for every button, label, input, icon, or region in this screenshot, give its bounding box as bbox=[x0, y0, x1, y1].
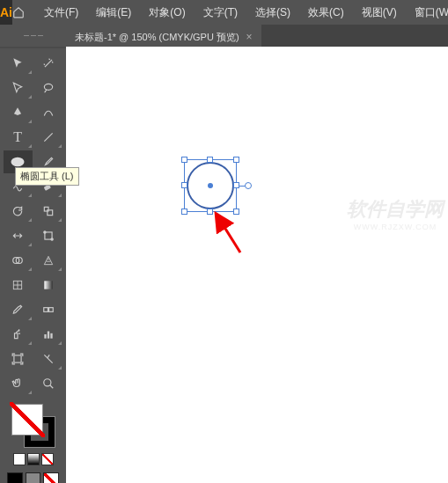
watermark-main: 软件自学网 bbox=[347, 196, 444, 223]
svg-rect-18 bbox=[14, 355, 21, 362]
none-mode[interactable] bbox=[41, 453, 54, 465]
svg-point-6 bbox=[44, 231, 46, 233]
watermark-sub: WWW.RJZXW.COM bbox=[347, 223, 444, 231]
svg-rect-17 bbox=[50, 333, 52, 339]
svg-point-0 bbox=[44, 84, 52, 90]
menu-type[interactable]: 文字(T) bbox=[195, 5, 246, 20]
home-icon[interactable] bbox=[12, 0, 25, 25]
tool-tooltip: 椭圆工具 (L) bbox=[15, 167, 79, 186]
artboard-tool[interactable] bbox=[4, 348, 33, 370]
svg-point-19 bbox=[44, 379, 51, 386]
svg-point-1 bbox=[11, 157, 25, 167]
svg-line-21 bbox=[223, 224, 240, 252]
svg-point-7 bbox=[51, 238, 53, 240]
eyedropper-tool[interactable] bbox=[4, 298, 33, 321]
width-tool[interactable] bbox=[4, 224, 33, 247]
zoom-tool[interactable] bbox=[34, 372, 63, 395]
column-graph-tool[interactable] bbox=[34, 323, 63, 346]
pen-tool[interactable] bbox=[4, 101, 33, 124]
magic-wand-tool[interactable] bbox=[34, 52, 63, 75]
selection-tool[interactable] bbox=[4, 52, 33, 75]
gradient-mode[interactable] bbox=[27, 453, 40, 465]
shape-builder-tool[interactable] bbox=[4, 249, 33, 272]
selection-bounds[interactable] bbox=[184, 159, 237, 212]
lasso-tool[interactable] bbox=[34, 77, 63, 99]
handle-mid-right[interactable] bbox=[233, 182, 239, 188]
document-tab[interactable]: 未标题-1* @ 150% (CMYK/GPU 预览) × bbox=[66, 25, 261, 49]
canvas[interactable]: 软件自学网 WWW.RJZXW.COM bbox=[66, 47, 448, 483]
menu-edit[interactable]: 编辑(E) bbox=[87, 5, 140, 20]
svg-rect-15 bbox=[44, 334, 46, 339]
menu-file[interactable]: 文件(F) bbox=[35, 5, 87, 20]
watermark: 软件自学网 WWW.RJZXW.COM bbox=[347, 196, 444, 231]
slice-tool[interactable] bbox=[34, 348, 63, 370]
line-tool[interactable] bbox=[34, 126, 63, 149]
mesh-tool[interactable] bbox=[4, 274, 33, 296]
svg-rect-16 bbox=[48, 332, 49, 339]
handle-mid-left[interactable] bbox=[181, 182, 187, 188]
curvature-tool[interactable] bbox=[34, 101, 63, 124]
rotate-tool[interactable] bbox=[4, 200, 33, 223]
app-logo: Ai bbox=[0, 0, 12, 25]
handle-bot-mid[interactable] bbox=[207, 209, 213, 215]
svg-rect-12 bbox=[44, 308, 48, 312]
type-tool[interactable]: T bbox=[4, 126, 33, 149]
fill-stroke-swatches[interactable] bbox=[11, 404, 55, 448]
blend-tool[interactable] bbox=[34, 298, 63, 321]
menu-object[interactable]: 对象(O) bbox=[140, 5, 194, 20]
swatch-none[interactable] bbox=[43, 472, 59, 483]
swatch-gray[interactable] bbox=[26, 472, 41, 483]
color-section bbox=[4, 400, 62, 483]
radius-handle[interactable] bbox=[245, 182, 252, 189]
handle-top-left[interactable] bbox=[181, 157, 187, 163]
tab-bar: 未标题-1* @ 150% (CMYK/GPU 预览) × bbox=[66, 25, 448, 49]
menu-view[interactable]: 视图(V) bbox=[353, 5, 406, 20]
menu-bar: Ai 文件(F) 编辑(E) 对象(O) 文字(T) 选择(S) 效果(C) 视… bbox=[0, 0, 448, 25]
handle-top-right[interactable] bbox=[233, 157, 239, 163]
color-mode[interactable] bbox=[13, 453, 26, 465]
tools-panel: T bbox=[0, 48, 66, 483]
free-transform-tool[interactable] bbox=[34, 224, 63, 247]
perspective-grid-tool[interactable] bbox=[34, 249, 63, 272]
menu-window[interactable]: 窗口(W bbox=[406, 5, 448, 20]
svg-rect-11 bbox=[44, 281, 52, 289]
gradient-tool[interactable] bbox=[34, 274, 63, 296]
panel-grip[interactable] bbox=[0, 25, 66, 47]
annotation-arrow bbox=[219, 221, 246, 260]
svg-rect-13 bbox=[48, 308, 53, 312]
tab-close-icon[interactable]: × bbox=[246, 31, 253, 43]
center-point[interactable] bbox=[208, 183, 213, 188]
direct-selection-tool[interactable] bbox=[4, 77, 33, 99]
hand-tool[interactable] bbox=[4, 372, 33, 395]
swatch-black[interactable] bbox=[7, 472, 23, 483]
menu-effect[interactable]: 效果(C) bbox=[299, 5, 353, 20]
scale-tool[interactable] bbox=[34, 200, 63, 223]
fill-color[interactable] bbox=[11, 404, 43, 435]
handle-bot-right[interactable] bbox=[233, 209, 239, 215]
symbol-sprayer-tool[interactable] bbox=[4, 323, 33, 346]
menu-select[interactable]: 选择(S) bbox=[246, 5, 299, 20]
handle-top-mid[interactable] bbox=[207, 157, 213, 163]
handle-bot-left[interactable] bbox=[181, 209, 187, 215]
tab-title: 未标题-1* @ 150% (CMYK/GPU 预览) bbox=[75, 31, 239, 44]
svg-rect-14 bbox=[15, 333, 18, 339]
